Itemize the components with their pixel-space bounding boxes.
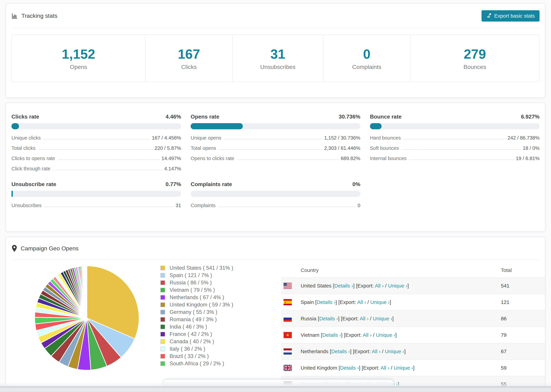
- stat-label: Complaints: [352, 64, 381, 70]
- rate-value: 4.46%: [166, 113, 181, 120]
- row-total: 67: [501, 349, 507, 354]
- export-unique-link[interactable]: Unique ›: [376, 332, 395, 338]
- stat-value: 0: [363, 46, 370, 62]
- country-name: Spain: [301, 299, 315, 305]
- metric-label: Complaints: [191, 203, 215, 208]
- table-row: United States [Details ›] [Export: All ›…: [281, 277, 545, 294]
- legend-label: France ( 42 / 2% ): [170, 331, 212, 337]
- bracket-text: ] [Export:: [353, 283, 375, 288]
- export-all-link[interactable]: All ›: [381, 365, 389, 371]
- bottom-scroll-band: [0, 386, 551, 392]
- export-all-link[interactable]: All ›: [372, 349, 381, 354]
- legend-item: France ( 42 / 2% ): [160, 330, 233, 338]
- bracket-text: [: [321, 332, 322, 338]
- details-link[interactable]: Details ›: [340, 365, 359, 371]
- details-link[interactable]: Details ›: [331, 349, 350, 354]
- export-all-link[interactable]: All ›: [363, 332, 372, 338]
- row-total: 121: [501, 299, 509, 305]
- legend-label: India ( 46 / 3% ): [170, 324, 207, 330]
- metric-label: Internal bounces: [370, 156, 407, 161]
- rate-block: Bounce rate6.927%Hard bounces242 / 86.73…: [370, 113, 540, 172]
- dotted-leader: [403, 139, 506, 139]
- legend-swatch: [160, 347, 165, 351]
- dotted-leader: [219, 149, 323, 150]
- export-all-link[interactable]: All ›: [357, 299, 366, 305]
- dotted-leader: [402, 149, 521, 150]
- export-unique-link[interactable]: Unique ›: [385, 349, 404, 354]
- export-basic-stats-button[interactable]: Export basic stats: [481, 10, 540, 21]
- export-all-link[interactable]: All ›: [360, 316, 369, 321]
- export-all-link[interactable]: All ›: [375, 283, 384, 288]
- stats-row: 1,152Opens167Clicks31Unsubscribes0Compla…: [11, 35, 540, 82]
- metric-value: 31: [176, 203, 181, 208]
- export-unique-link[interactable]: Unique ›: [388, 283, 407, 288]
- details-link[interactable]: Details ›: [334, 283, 353, 288]
- metric-value: 1,152 / 30.736%: [324, 135, 360, 141]
- stat-label: Unsubscribes: [260, 64, 296, 70]
- export-unique-link[interactable]: Unique ›: [370, 299, 390, 305]
- metric-value: 18 / 0%: [523, 145, 540, 151]
- geo-table-header: Country Total: [281, 263, 545, 277]
- metric-rows: Unique opens1,152 / 30.736%Total opens2,…: [191, 135, 360, 161]
- bracket-text: /: [389, 365, 394, 371]
- metric-row: Clicks to opens rate14.497%: [11, 156, 181, 161]
- legend-label: Spain ( 121 / 7% ): [170, 272, 212, 279]
- progress-fill: [11, 123, 19, 129]
- table-row: Spain [Details ›] [Export: All › / Uniqu…: [281, 294, 545, 310]
- geo-header: Campaign Geo Opens: [11, 237, 540, 260]
- metric-label: Opens to clicks rate: [191, 156, 234, 161]
- legend-label: Canada ( 40 / 2% ): [170, 338, 214, 345]
- export-button-label: Export basic stats: [494, 13, 535, 19]
- metric-value: 242 / 86.738%: [508, 135, 540, 141]
- metric-row: Internal bounces19 / 6.81%: [370, 156, 540, 161]
- metric-value: 19 / 6.81%: [516, 156, 540, 161]
- metric-value: 167 / 4.456%: [152, 135, 181, 141]
- metric-row: Unique opens1,152 / 30.736%: [191, 135, 360, 141]
- legend-item: Italy ( 36 / 2% ): [160, 345, 233, 352]
- campaign-geo-opens-card: Campaign Geo Opens United States ( 541 /…: [6, 237, 545, 392]
- pie-slice[interactable]: [87, 266, 87, 318]
- map-pin-icon: [11, 245, 17, 252]
- country-name: Netherlands: [301, 349, 330, 354]
- legend-label: Germany ( 55 / 3% ): [170, 309, 217, 315]
- metric-label: Click through rate: [11, 166, 50, 172]
- metric-row: Opens to clicks rate689.82%: [191, 156, 360, 161]
- tracking-stats-card: Tracking stats Export basic stats 1,152O…: [6, 3, 545, 98]
- progress-bar: [191, 123, 360, 129]
- metric-label: Unique opens: [191, 135, 221, 141]
- row-total: 59: [501, 365, 507, 371]
- metric-rows: Unique clicks167 / 4.456%Total clicks220…: [11, 135, 181, 172]
- metric-rows: Hard bounces242 / 86.738%Soft bounces18 …: [370, 135, 540, 161]
- metric-row: Soft bounces18 / 0%: [370, 145, 540, 151]
- rate-block-header: Bounce rate6.927%: [370, 113, 540, 121]
- metric-value: 689.82%: [341, 156, 360, 161]
- dotted-leader: [237, 160, 339, 160]
- metric-row: Click through rate4.147%: [11, 166, 181, 172]
- bar-chart-icon: [11, 13, 18, 19]
- legend-swatch: [160, 354, 165, 359]
- country-column-header: Country: [301, 267, 319, 273]
- dotted-leader: [224, 139, 322, 139]
- legend-swatch: [160, 361, 165, 366]
- details-link[interactable]: Details ›: [322, 332, 341, 338]
- bracket-text: ] [Export:: [335, 299, 357, 305]
- bracket-text: ]: [413, 365, 414, 371]
- progress-bar: [11, 191, 181, 197]
- geo-title-wrap: Campaign Geo Opens: [11, 245, 78, 252]
- details-link[interactable]: Details ›: [317, 299, 335, 305]
- geo-table: Country Total United States [Details ›] …: [281, 263, 545, 392]
- export-unique-link[interactable]: Unique ›: [373, 316, 392, 321]
- gb-flag-icon: [283, 365, 292, 371]
- bracket-text: ]: [404, 349, 406, 354]
- bracket-text: ] [Export:: [338, 316, 360, 321]
- bracket-text: [: [333, 283, 334, 288]
- details-link[interactable]: Details ›: [319, 316, 338, 321]
- legend-swatch: [160, 317, 165, 322]
- rate-value: 6.927%: [521, 113, 540, 120]
- stat-label: Clicks: [181, 64, 197, 70]
- progress-bar: [191, 191, 360, 197]
- export-unique-link[interactable]: Unique ›: [394, 365, 413, 371]
- stat-label: Opens: [70, 64, 87, 70]
- us-flag-icon: [283, 283, 292, 289]
- table-row: Russia [Details ›] [Export: All › / Uniq…: [281, 310, 545, 327]
